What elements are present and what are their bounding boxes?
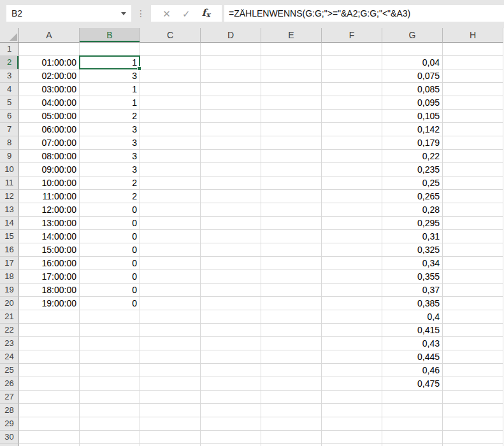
row-header-14[interactable]: 14 bbox=[0, 217, 19, 230]
row-header-1[interactable]: 1 bbox=[0, 43, 19, 56]
cell-G14[interactable]: 0,295 bbox=[382, 217, 443, 230]
row-header-6[interactable]: 6 bbox=[0, 110, 19, 123]
cell-B9[interactable]: 3 bbox=[80, 150, 140, 163]
cell-H22[interactable] bbox=[443, 324, 503, 337]
cell-E3[interactable] bbox=[261, 69, 322, 83]
cell-C12[interactable] bbox=[140, 190, 201, 203]
column-header-F[interactable]: F bbox=[322, 28, 382, 43]
cell-F2[interactable] bbox=[322, 56, 382, 69]
cell-D27[interactable] bbox=[201, 391, 261, 404]
cell-B6[interactable]: 2 bbox=[80, 110, 140, 123]
cell-E17[interactable] bbox=[261, 257, 322, 270]
cell-F15[interactable] bbox=[322, 230, 382, 243]
cell-D13[interactable] bbox=[201, 203, 261, 217]
cell-B4[interactable]: 1 bbox=[80, 83, 140, 96]
cell-A10[interactable]: 09:00:00 bbox=[19, 163, 80, 176]
cell-G27[interactable] bbox=[382, 391, 443, 404]
cell-E14[interactable] bbox=[261, 217, 322, 230]
cell-F7[interactable] bbox=[322, 123, 382, 136]
cell-G3[interactable]: 0,075 bbox=[382, 69, 443, 83]
cell-C11[interactable] bbox=[140, 176, 201, 190]
cell-D26[interactable] bbox=[201, 377, 261, 391]
cell-H26[interactable] bbox=[443, 377, 503, 391]
cell-A24[interactable] bbox=[19, 350, 80, 364]
cell-H19[interactable] bbox=[443, 284, 503, 297]
cell-D4[interactable] bbox=[201, 83, 261, 96]
cell-F9[interactable] bbox=[322, 150, 382, 163]
row-header-23[interactable]: 23 bbox=[0, 337, 19, 350]
cell-E27[interactable] bbox=[261, 391, 322, 404]
cell-F20[interactable] bbox=[322, 297, 382, 310]
cell-G29[interactable] bbox=[382, 417, 443, 431]
cell-B8[interactable]: 3 bbox=[80, 136, 140, 150]
cell-H27[interactable] bbox=[443, 391, 503, 404]
cell-C19[interactable] bbox=[140, 284, 201, 297]
cell-H11[interactable] bbox=[443, 176, 503, 190]
cell-G8[interactable]: 0,179 bbox=[382, 136, 443, 150]
cell-A22[interactable] bbox=[19, 324, 80, 337]
cell-A2[interactable]: 01:00:00 bbox=[19, 56, 80, 69]
cell-F26[interactable] bbox=[322, 377, 382, 391]
cell-D6[interactable] bbox=[201, 110, 261, 123]
cell-G6[interactable]: 0,105 bbox=[382, 110, 443, 123]
cell-D17[interactable] bbox=[201, 257, 261, 270]
cell-G1[interactable] bbox=[382, 43, 443, 56]
cell-G9[interactable]: 0,22 bbox=[382, 150, 443, 163]
cell-B27[interactable] bbox=[80, 391, 140, 404]
cell-G11[interactable]: 0,25 bbox=[382, 176, 443, 190]
row-header-12[interactable]: 12 bbox=[0, 190, 19, 203]
cell-F14[interactable] bbox=[322, 217, 382, 230]
row-header-19[interactable]: 19 bbox=[0, 284, 19, 297]
cell-H30[interactable] bbox=[443, 431, 503, 444]
cell-C10[interactable] bbox=[140, 163, 201, 176]
cell-D28[interactable] bbox=[201, 404, 261, 417]
cell-C2[interactable] bbox=[140, 56, 201, 69]
cell-F27[interactable] bbox=[322, 391, 382, 404]
cell-E19[interactable] bbox=[261, 284, 322, 297]
cell-H25[interactable] bbox=[443, 364, 503, 377]
cell-H8[interactable] bbox=[443, 136, 503, 150]
cell-C24[interactable] bbox=[140, 350, 201, 364]
cell-A11[interactable]: 10:00:00 bbox=[19, 176, 80, 190]
name-box-dropdown-icon[interactable] bbox=[121, 12, 126, 15]
row-header-10[interactable]: 10 bbox=[0, 163, 19, 176]
cell-A17[interactable]: 16:00:00 bbox=[19, 257, 80, 270]
cell-E21[interactable] bbox=[261, 310, 322, 324]
cell-C23[interactable] bbox=[140, 337, 201, 350]
cell-A26[interactable] bbox=[19, 377, 80, 391]
cell-C5[interactable] bbox=[140, 96, 201, 110]
row-header-20[interactable]: 20 bbox=[0, 297, 19, 310]
cell-H12[interactable] bbox=[443, 190, 503, 203]
cell-B11[interactable]: 2 bbox=[80, 176, 140, 190]
cell-B28[interactable] bbox=[80, 404, 140, 417]
cell-E30[interactable] bbox=[261, 431, 322, 444]
formula-input[interactable]: =ZÄHLENWENNS(G:G;">="&A2;G:G;"<"&A3) bbox=[224, 5, 504, 22]
cell-B29[interactable] bbox=[80, 417, 140, 431]
cell-H15[interactable] bbox=[443, 230, 503, 243]
cell-C16[interactable] bbox=[140, 243, 201, 257]
cell-C25[interactable] bbox=[140, 364, 201, 377]
cell-H4[interactable] bbox=[443, 83, 503, 96]
cell-A27[interactable] bbox=[19, 391, 80, 404]
cell-E24[interactable] bbox=[261, 350, 322, 364]
select-all-corner[interactable] bbox=[0, 28, 19, 43]
cell-E25[interactable] bbox=[261, 364, 322, 377]
cell-D16[interactable] bbox=[201, 243, 261, 257]
cell-D23[interactable] bbox=[201, 337, 261, 350]
cell-A12[interactable]: 11:00:00 bbox=[19, 190, 80, 203]
row-header-22[interactable]: 22 bbox=[0, 324, 19, 337]
cell-E2[interactable] bbox=[261, 56, 322, 69]
cell-F24[interactable] bbox=[322, 350, 382, 364]
cell-A9[interactable]: 08:00:00 bbox=[19, 150, 80, 163]
cell-C28[interactable] bbox=[140, 404, 201, 417]
cell-F19[interactable] bbox=[322, 284, 382, 297]
cell-B10[interactable]: 3 bbox=[80, 163, 140, 176]
cell-B15[interactable]: 0 bbox=[80, 230, 140, 243]
cell-A1[interactable] bbox=[19, 43, 80, 56]
cell-D30[interactable] bbox=[201, 431, 261, 444]
cell-F30[interactable] bbox=[322, 431, 382, 444]
cell-H28[interactable] bbox=[443, 404, 503, 417]
cell-H21[interactable] bbox=[443, 310, 503, 324]
cell-D20[interactable] bbox=[201, 297, 261, 310]
cell-C9[interactable] bbox=[140, 150, 201, 163]
